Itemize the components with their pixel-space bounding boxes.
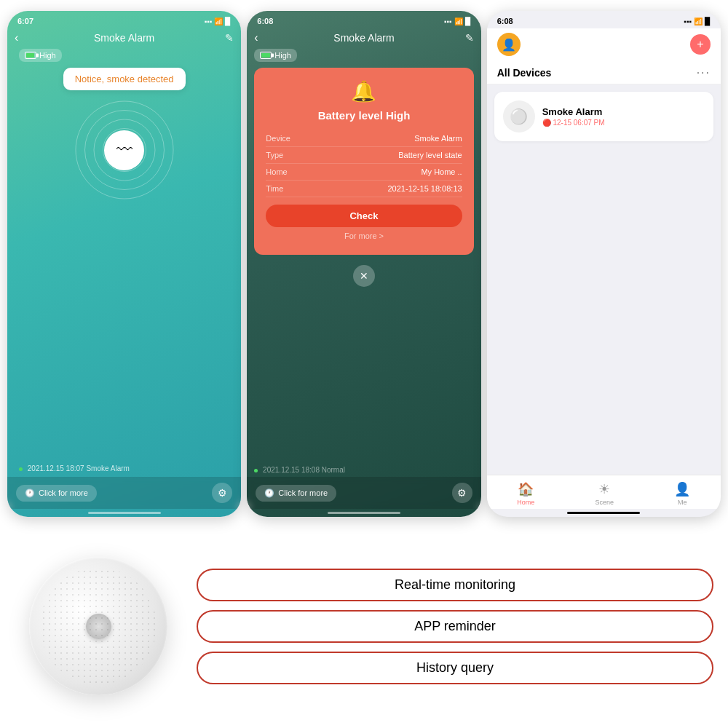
battery-level-text-2: High: [274, 51, 291, 60]
device-card[interactable]: ⚪ Smoke Alarm 🔴 12-15 06:07 PM: [494, 92, 713, 141]
edit-icon[interactable]: ✎: [225, 32, 234, 44]
phone-1: 6:07 ▪▪▪ 📶 ▉ ‹ Smoke Alarm ✎ High Noti: [7, 11, 241, 517]
phone2-nav: ‹ Smoke Alarm ✎: [247, 28, 480, 49]
add-button[interactable]: +: [690, 34, 711, 55]
wifi-icon-3: 📶: [694, 17, 703, 25]
main-container: 6:07 ▪▪▪ 📶 ▉ ‹ Smoke Alarm ✎ High Noti: [0, 0, 728, 728]
wifi-icon: 📶: [214, 17, 223, 25]
phone2-event-log: 2021.12.15 18:08 Normal: [254, 464, 473, 477]
close-icon: ✕: [360, 270, 368, 282]
smoke-visual: 〰: [74, 99, 175, 201]
event-text: 2021.12.15 18:07 Smoke Alarm: [28, 464, 130, 472]
detail-type-row: Type Battery level state: [266, 147, 462, 164]
edit-icon-2[interactable]: ✎: [465, 32, 474, 44]
event-dot: [19, 467, 23, 471]
avatar-icon: 👤: [502, 38, 516, 52]
detail-time-value: 2021-12-15 18:08:13: [388, 184, 462, 193]
battery-level-icon: [25, 52, 36, 59]
scene-icon: ☀: [598, 481, 610, 497]
feature-app-reminder: APP reminder: [197, 610, 713, 643]
for-more-text: For more >: [344, 232, 384, 240]
gear-icon-2: ⚙: [457, 487, 467, 499]
back-button-2[interactable]: ‹: [254, 31, 258, 44]
phone3-home-indicator: [567, 512, 640, 514]
event-dot-2: [254, 469, 258, 472]
phone1-bottom-bar: 🕐 Click for more ⚙: [7, 477, 241, 509]
phone3-status-icons: ▪▪▪ 📶 ▉: [684, 17, 711, 25]
device-info: Smoke Alarm 🔴 12-15 06:07 PM: [542, 106, 605, 127]
phones-row: 6:07 ▪▪▪ 📶 ▉ ‹ Smoke Alarm ✎ High Noti: [0, 0, 728, 524]
battery-level-text: High: [39, 51, 56, 60]
detail-type-value: Battery level state: [398, 151, 462, 159]
phone1-time: 6:07: [17, 17, 33, 25]
notice-bubble: Notice, smoke detected: [63, 68, 186, 90]
all-devices-label: All Devices: [497, 67, 552, 79]
alert-title: Battery level High: [266, 109, 462, 122]
phone2-home-indicator: [328, 512, 400, 514]
phone2-status-icons: ▪▪▪ 📶 ▉: [444, 17, 471, 25]
phone3-content: ⚪ Smoke Alarm 🔴 12-15 06:07 PM: [487, 84, 721, 475]
avatar[interactable]: 👤: [497, 33, 521, 56]
phone1-event-log: 2021.12.15 18:07 Smoke Alarm: [19, 464, 130, 472]
phone2-title: Smoke Alarm: [333, 32, 394, 44]
detail-type-label: Type: [266, 151, 283, 159]
gear-icon: ⚙: [218, 487, 227, 499]
svg-rect-2: [36, 564, 160, 688]
nav-home-label: Home: [517, 499, 534, 506]
back-button[interactable]: ‹: [15, 31, 18, 44]
feature-realtime: Real-time monitoring: [197, 569, 713, 601]
clock-icon: 🕐: [25, 488, 35, 498]
settings-button[interactable]: ⚙: [212, 483, 232, 503]
event-text-2: 2021.12.15 18:08 Normal: [263, 466, 345, 474]
bottom-section: Real-time monitoring APP reminder Histor…: [0, 524, 728, 728]
bell-icon: 🔔: [266, 79, 462, 103]
phone3-time: 6:08: [497, 17, 513, 25]
click-more-button-2[interactable]: 🕐 Click for more: [256, 485, 336, 502]
notice-text: Notice, smoke detected: [75, 74, 174, 84]
battery-icon-2: ▉: [465, 17, 471, 25]
clock-icon-2: 🕐: [264, 488, 274, 498]
me-icon: 👤: [674, 481, 690, 497]
signal-icon-2: ▪▪▪: [444, 17, 452, 25]
phone2-bottom-bar: 🕐 Click for more ⚙: [247, 477, 480, 509]
settings-button-2[interactable]: ⚙: [452, 483, 472, 503]
smoke-icon: 〰: [116, 141, 132, 159]
feature-history: History query: [197, 652, 713, 684]
detail-device-value: Smoke Alarm: [414, 134, 462, 143]
battery-icon-status: ▉: [225, 17, 231, 25]
dismiss-button[interactable]: ✕: [353, 265, 375, 287]
phone1-content: High Notice, smoke detected 〰: [7, 49, 241, 477]
device-name: Smoke Alarm: [542, 106, 605, 117]
phone3-header: 👤 +: [487, 28, 721, 62]
detail-time-label: Time: [266, 184, 283, 193]
phone1-nav: ‹ Smoke Alarm ✎: [7, 28, 241, 49]
phone1-home-indicator: [88, 512, 161, 514]
check-button[interactable]: Check: [266, 205, 462, 227]
features-area: Real-time monitoring APP reminder Histor…: [197, 535, 713, 717]
detail-device-row: Device Smoke Alarm: [266, 130, 462, 147]
nav-home[interactable]: 🏠 Home: [517, 481, 534, 506]
dots-menu[interactable]: ···: [697, 66, 711, 79]
nav-scene-label: Scene: [596, 499, 614, 506]
phone2-time: 6:08: [257, 17, 273, 25]
device-image-area: [15, 535, 182, 717]
phone2-battery-badge: High: [254, 49, 297, 62]
click-more-label: Click for more: [39, 488, 88, 497]
detail-home-label: Home: [266, 167, 287, 176]
home-icon: 🏠: [518, 481, 534, 497]
nav-me-label: Me: [678, 499, 687, 506]
for-more-link[interactable]: For more >: [266, 232, 462, 243]
alert-card: 🔔 Battery level High Device Smoke Alarm …: [254, 68, 473, 255]
check-label: Check: [349, 210, 378, 221]
click-more-label-2: Click for more: [278, 488, 328, 497]
click-more-button[interactable]: 🕐 Click for more: [16, 485, 97, 502]
phone1-status-bar: 6:07 ▪▪▪ 📶 ▉: [7, 11, 241, 28]
detail-home-row: Home My Home ..: [266, 164, 462, 181]
detail-home-value: My Home ..: [421, 167, 462, 176]
device-time: 🔴 12-15 06:07 PM: [542, 119, 605, 127]
phone1-status-icons: ▪▪▪ 📶 ▉: [205, 17, 232, 25]
nav-me[interactable]: 👤 Me: [674, 481, 690, 506]
battery-level-icon-2: [260, 52, 272, 59]
nav-scene[interactable]: ☀ Scene: [596, 481, 614, 506]
smoke-alarm-icon: ⚪: [510, 108, 528, 125]
